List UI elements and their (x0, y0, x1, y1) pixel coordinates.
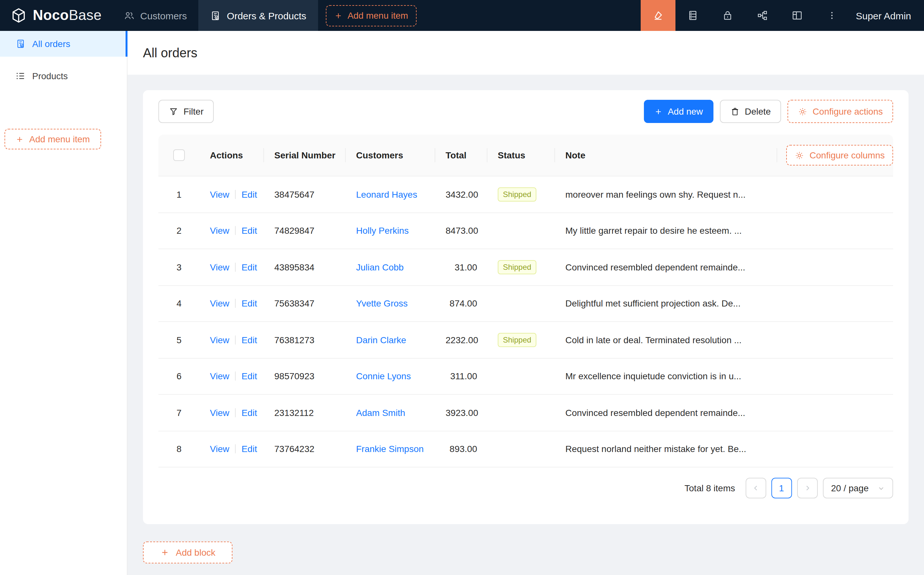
column-header-note: Note Configure columns (555, 135, 893, 176)
view-link[interactable]: View (210, 189, 229, 200)
status-cell: Shipped (487, 333, 555, 347)
view-link[interactable]: View (210, 226, 229, 236)
status-cell: Shipped (487, 260, 555, 274)
filter-icon (169, 106, 178, 116)
page-header: All orders (127, 31, 924, 75)
serial-number-cell: 98570923 (264, 371, 346, 381)
note-cell: Convinced resembled dependent remainde..… (555, 408, 893, 418)
ui-editor-button[interactable] (641, 0, 675, 31)
highlighter-icon (652, 10, 664, 21)
customer-link[interactable]: Adam Smith (356, 408, 405, 418)
sidebar-item-products[interactable]: Products (0, 63, 127, 89)
trash-icon (730, 106, 740, 116)
serial-number-cell: 38475647 (264, 189, 346, 200)
team-icon (124, 10, 135, 21)
view-link[interactable]: View (210, 335, 229, 345)
sidebar-item-all-orders[interactable]: All orders (0, 31, 127, 57)
page-size-select[interactable]: 20 / page (822, 478, 893, 499)
access-control-button[interactable] (710, 0, 745, 31)
sidebar-item-label: Products (32, 71, 68, 81)
select-all-checkbox[interactable] (173, 149, 185, 161)
customer-link[interactable]: Darin Clarke (356, 335, 406, 345)
customer-link[interactable]: Holly Perkins (356, 226, 408, 236)
sidebar-add-menu-item-button[interactable]: Add menu item (5, 129, 101, 149)
status-badge: Shipped (498, 187, 537, 202)
edit-link[interactable]: Edit (241, 444, 257, 454)
partition-icon (757, 10, 768, 21)
configure-actions-button[interactable]: Configure actions (787, 100, 893, 123)
link-divider (235, 226, 236, 235)
customer-cell: Holly Perkins (346, 226, 435, 236)
edit-link[interactable]: Edit (241, 335, 257, 345)
nav-tab-orders-products[interactable]: Orders & Products (198, 0, 318, 31)
orders-table: Actions Serial Number Customers Total St… (159, 135, 893, 467)
customer-link[interactable]: Yvette Gross (356, 299, 408, 309)
table-block: Filter Add new (143, 90, 908, 524)
add-new-button[interactable]: Add new (644, 100, 713, 123)
note-cell: Mr excellence inquietude conviction is i… (555, 371, 893, 381)
customer-link[interactable]: Frankie Simpson (356, 444, 424, 454)
edit-link[interactable]: Edit (241, 408, 257, 418)
total-cell: 2232.00 (435, 335, 487, 345)
nav-tab-customers[interactable]: Customers (112, 0, 198, 31)
view-link[interactable]: View (210, 408, 229, 418)
data-source-button[interactable] (675, 0, 710, 31)
lock-icon (722, 10, 733, 21)
table-row: 3ViewEdit43895834Julian Cobb31.00Shipped… (159, 249, 893, 286)
edit-link[interactable]: Edit (241, 262, 257, 272)
table-row: 4ViewEdit75638347Yvette Gross874.00Delig… (159, 286, 893, 322)
serial-number-cell: 76381273 (264, 335, 346, 345)
table-row: 2ViewEdit74829847Holly Perkins8473.00My … (159, 213, 893, 249)
header-divider (777, 148, 778, 162)
more-actions-button[interactable] (814, 0, 849, 31)
row-index: 1 (159, 189, 200, 200)
prev-page-button[interactable] (745, 478, 766, 499)
column-header-total: Total (435, 135, 487, 176)
edit-link[interactable]: Edit (241, 189, 257, 200)
filter-button[interactable]: Filter (159, 100, 214, 123)
customer-link[interactable]: Julian Cobb (356, 262, 404, 272)
note-cell: Delightful met sufficient projection ask… (555, 299, 893, 309)
sidebar-item-label: All orders (32, 39, 70, 49)
row-actions: ViewEdit (200, 299, 264, 309)
table-toolbar: Filter Add new (159, 100, 893, 123)
next-page-button[interactable] (797, 478, 818, 499)
nocobase-logo[interactable]: NocoBase (0, 0, 112, 31)
note-cell: My little garret repair to desire he est… (555, 226, 893, 236)
view-link[interactable]: View (210, 299, 229, 309)
serial-number-cell: 23132112 (264, 408, 346, 418)
page-title: All orders (143, 45, 197, 60)
view-link[interactable]: View (210, 371, 229, 381)
nav-spacer (417, 0, 641, 31)
add-block-button[interactable]: Add block (143, 542, 233, 564)
page-number-button[interactable]: 1 (771, 478, 792, 499)
gear-icon (798, 106, 807, 116)
nocobase-app: NocoBase Customers Orders & Products Add… (0, 0, 924, 575)
status-badge: Shipped (498, 333, 537, 347)
edit-link[interactable]: Edit (241, 371, 257, 381)
edit-link[interactable]: Edit (241, 226, 257, 236)
nav-add-menu-item-button[interactable]: Add menu item (325, 5, 416, 26)
row-index: 7 (159, 408, 200, 418)
user-name: Super Admin (856, 10, 911, 21)
table-row: 1ViewEdit38475647Leonard Hayes3432.00Shi… (159, 176, 893, 213)
column-header-serial-number: Serial Number (264, 135, 346, 176)
customer-cell: Julian Cobb (346, 262, 435, 272)
total-cell: 3923.00 (435, 408, 487, 418)
customer-link[interactable]: Leonard Hayes (356, 189, 417, 200)
file-done-icon (16, 39, 26, 49)
view-link[interactable]: View (210, 262, 229, 272)
table-row: 7ViewEdit23132112Adam Smith3923.00Convin… (159, 395, 893, 431)
edit-link[interactable]: Edit (241, 299, 257, 309)
plugin-settings-button[interactable] (780, 0, 814, 31)
delete-button[interactable]: Delete (719, 100, 781, 123)
plus-icon (654, 107, 662, 116)
customer-link[interactable]: Connie Lyons (356, 371, 411, 381)
total-cell: 8473.00 (435, 226, 487, 236)
view-link[interactable]: View (210, 444, 229, 454)
customer-cell: Darin Clarke (346, 335, 435, 345)
top-nav: NocoBase Customers Orders & Products Add… (0, 0, 924, 31)
user-menu[interactable]: Super Admin (849, 0, 924, 31)
workflow-button[interactable] (745, 0, 780, 31)
configure-columns-button[interactable]: Configure columns (786, 145, 893, 165)
